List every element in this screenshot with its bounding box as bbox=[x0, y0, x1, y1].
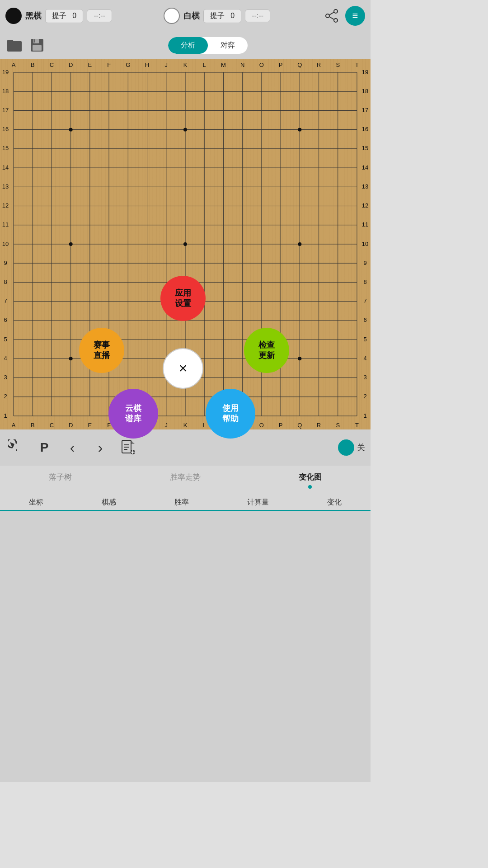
black-time-box: --:-- bbox=[87, 9, 112, 22]
svg-point-2 bbox=[334, 19, 338, 22]
black-stone-icon bbox=[5, 8, 22, 24]
save-button[interactable] bbox=[28, 36, 46, 54]
app-settings-button[interactable]: 应用设置 bbox=[160, 276, 206, 321]
share-button[interactable] bbox=[322, 6, 342, 26]
pass-button[interactable]: P bbox=[33, 437, 55, 458]
svg-rect-7 bbox=[33, 45, 42, 51]
sub-tabs: 坐标 棋感 胜率 计算量 变化 bbox=[0, 493, 371, 511]
tab-variation[interactable]: 变化图 bbox=[294, 470, 326, 484]
subtab-variation[interactable]: 变化 bbox=[327, 498, 342, 507]
analysis-tabs: 落子树 胜率走势 变化图 bbox=[0, 466, 371, 493]
subtab-coordinates[interactable]: 坐标 bbox=[29, 498, 43, 507]
white-stone-icon bbox=[164, 8, 180, 24]
black-capture-label: 提子 bbox=[52, 12, 66, 19]
bottom-controls: P ‹ › 关 bbox=[0, 429, 371, 466]
svg-rect-8 bbox=[34, 39, 35, 42]
file-open-button[interactable] bbox=[117, 437, 139, 458]
subtab-winrate[interactable]: 胜率 bbox=[174, 498, 189, 507]
board-wrapper: 应用设置 赛事直播 检查更新 × 云棋谱库 使用帮助 bbox=[0, 59, 371, 429]
toggle-dot[interactable] bbox=[338, 439, 354, 456]
toggle-label: 关 bbox=[357, 442, 365, 453]
white-time-box: --:-- bbox=[245, 9, 270, 22]
live-broadcast-button[interactable]: 赛事直播 bbox=[79, 328, 124, 373]
undo-button[interactable] bbox=[5, 437, 27, 458]
black-label: 黑棋 bbox=[25, 10, 42, 21]
cloud-library-button[interactable]: 云棋谱库 bbox=[108, 389, 158, 439]
help-button[interactable]: 使用帮助 bbox=[206, 389, 255, 439]
svg-line-4 bbox=[329, 17, 334, 19]
black-capture-value: 0 bbox=[72, 12, 76, 19]
subtab-computation[interactable]: 计算量 bbox=[247, 498, 269, 507]
toolbar: 分析 对弈 bbox=[0, 32, 371, 59]
svg-point-0 bbox=[334, 9, 338, 13]
white-capture-value: 0 bbox=[230, 12, 235, 19]
white-capture-box: 提子 0 bbox=[203, 9, 241, 23]
svg-point-1 bbox=[326, 14, 329, 18]
black-time: --:-- bbox=[94, 12, 105, 19]
tab-win-trend[interactable]: 胜率走势 bbox=[165, 470, 205, 489]
svg-line-3 bbox=[329, 12, 334, 15]
bottom-area bbox=[0, 511, 371, 782]
menu-icon: ≡ bbox=[352, 10, 358, 22]
svg-rect-6 bbox=[33, 39, 39, 43]
white-capture-label: 提子 bbox=[210, 12, 225, 19]
subtab-intuition[interactable]: 棋感 bbox=[102, 498, 116, 507]
analysis-mode-button[interactable]: 分析 bbox=[168, 37, 208, 54]
tab-move-tree[interactable]: 落子树 bbox=[44, 470, 76, 489]
white-label: 白棋 bbox=[183, 10, 200, 21]
mode-toggle: 分析 对弈 bbox=[168, 37, 248, 54]
menu-button[interactable]: ≡ bbox=[345, 6, 365, 26]
header: 黑棋 提子 0 --:-- 白棋 提子 0 --:-- ≡ bbox=[0, 0, 371, 32]
folder-button[interactable] bbox=[5, 36, 23, 54]
next-button[interactable]: › bbox=[89, 437, 111, 458]
prev-button[interactable]: ‹ bbox=[61, 437, 83, 458]
toggle-control: 关 bbox=[338, 439, 365, 456]
black-capture-box: 提子 0 bbox=[45, 9, 83, 23]
opponent-mode-button[interactable]: 对弈 bbox=[208, 37, 248, 54]
tab-active-indicator bbox=[308, 485, 312, 489]
close-radial-button[interactable]: × bbox=[163, 348, 203, 389]
check-update-button[interactable]: 检查更新 bbox=[244, 328, 289, 373]
white-time: --:-- bbox=[252, 12, 263, 19]
